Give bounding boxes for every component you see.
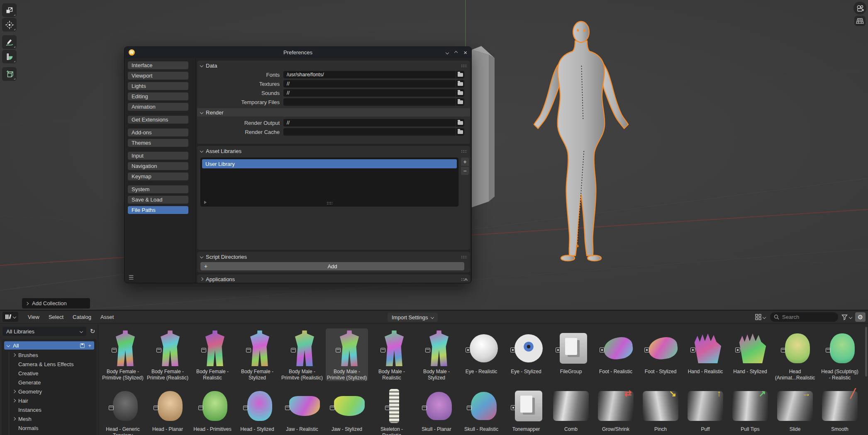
asset-tile[interactable]: Body Male - Primitve (Realistic) <box>281 328 323 381</box>
prefs-nav-item[interactable]: Input <box>128 152 188 160</box>
collapse-icon[interactable] <box>200 277 203 281</box>
browse-folder-button[interactable] <box>456 128 464 136</box>
asset-tile[interactable]: Head - Planar <box>146 386 189 435</box>
menu-item[interactable]: Asset <box>96 314 119 320</box>
prefs-nav-item[interactable]: Editing <box>128 92 188 100</box>
list-expand-icon[interactable] <box>204 201 207 204</box>
grid-scrollbar[interactable] <box>865 327 867 377</box>
drag-grip-icon[interactable] <box>461 255 467 258</box>
catalog-item[interactable]: Brushes <box>2 350 97 360</box>
asset-tile[interactable]: ↘ Pinch <box>639 386 682 435</box>
add-collection-panel[interactable]: Add Collection <box>22 298 90 309</box>
prefs-nav-item[interactable]: System <box>128 185 188 193</box>
asset-tile[interactable]: Jaw - Stylized <box>326 386 368 435</box>
catalog-item[interactable]: Camera & Lens Effects <box>2 360 97 369</box>
asset-tile[interactable]: Head - Primitives <box>191 386 234 435</box>
asset-tile[interactable]: FileGroup <box>550 328 592 381</box>
asset-tile[interactable]: Skeleton - Realistic <box>371 386 413 435</box>
asset-tile[interactable]: Head - Stylized <box>236 386 278 435</box>
prefs-nav-item[interactable]: File Paths <box>128 206 188 214</box>
prefs-nav-item[interactable]: Themes <box>128 139 188 147</box>
annotate-tool[interactable] <box>2 35 17 49</box>
asset-tile[interactable]: Hand - Stylized <box>729 328 771 381</box>
catalog-item[interactable]: Creative <box>2 369 97 378</box>
collapse-icon[interactable] <box>200 149 203 153</box>
asset-tile[interactable]: Skull - Realistic <box>460 386 502 435</box>
remove-library-button[interactable]: − <box>461 167 469 175</box>
asset-tile[interactable]: Body Female - Stylized <box>236 328 278 381</box>
asset-tile[interactable]: Body Male - Stylized <box>415 328 458 381</box>
scroll-more-indicator[interactable] <box>465 277 467 282</box>
asset-tile[interactable]: Comb <box>550 386 592 435</box>
select-box-tool[interactable] <box>2 3 17 17</box>
search-input[interactable]: Search <box>770 312 838 322</box>
path-input[interactable] <box>283 128 456 136</box>
prefs-nav-item[interactable]: Save & Load <box>128 196 188 204</box>
collapse-icon[interactable] <box>200 64 203 67</box>
path-input[interactable]: // <box>283 119 456 126</box>
asset-tile[interactable]: ⇄ Grow/Shrink <box>595 386 637 435</box>
drag-grip-icon[interactable] <box>461 150 467 153</box>
browse-folder-button[interactable] <box>456 89 464 97</box>
prefs-nav-item[interactable]: Get Extensions <box>128 116 188 124</box>
prefs-nav-item[interactable]: Viewport <box>128 72 188 80</box>
add-catalog-icon[interactable]: + <box>88 343 91 349</box>
path-input[interactable] <box>283 98 456 106</box>
settings-toggle-button[interactable]: ⚙ <box>855 312 866 322</box>
asset-tile[interactable]: Eye - Stylized <box>505 328 547 381</box>
asset-tile[interactable]: Foot - Realistic <box>595 328 637 381</box>
asset-tile[interactable]: ╱ Smooth <box>819 386 861 435</box>
preferences-titlebar[interactable]: W Preferences × <box>124 47 471 58</box>
add-library-button[interactable]: + <box>461 158 469 166</box>
refresh-library-button[interactable]: ↻ <box>88 327 97 336</box>
prefs-nav-item[interactable]: Interface <box>128 61 188 69</box>
asset-tile[interactable]: Jaw - Realistic <box>281 386 323 435</box>
asset-tile[interactable]: Foot - Stylized <box>639 328 682 381</box>
prefs-nav-item[interactable]: Animation <box>128 103 188 111</box>
editor-type-button[interactable] <box>2 312 18 322</box>
asset-tile[interactable]: → Slide <box>774 386 816 435</box>
display-settings-button[interactable] <box>754 313 767 322</box>
cursor-gizmo-tool[interactable] <box>2 18 17 32</box>
grid-toggle-icon[interactable] <box>854 16 866 26</box>
browse-folder-button[interactable] <box>456 119 464 126</box>
catalog-item[interactable]: Instances <box>2 405 97 414</box>
prefs-nav-item[interactable]: Lights <box>128 82 188 90</box>
filter-button[interactable] <box>841 314 852 320</box>
selected-body-model[interactable] <box>522 18 640 264</box>
camera-view-icon[interactable] <box>853 2 866 15</box>
prefs-nav-item[interactable]: Add-ons <box>128 129 188 136</box>
add-script-directory-button[interactable]: + Add <box>200 262 464 270</box>
asset-tile[interactable]: Head (Animat...Realistic <box>774 328 816 381</box>
asset-tile[interactable]: Body Female - Primitve (Realistic) <box>146 328 189 381</box>
window-maximize-icon[interactable] <box>454 51 458 54</box>
catalog-item[interactable]: Mesh <box>2 414 97 423</box>
catalog-item[interactable]: Hair <box>2 396 97 405</box>
catalog-item[interactable]: Geometry <box>2 387 97 396</box>
drag-grip-icon[interactable] <box>461 64 467 67</box>
asset-tile[interactable]: Tonemapper <box>505 386 547 435</box>
asset-tile[interactable]: Body Female - Realistic <box>191 328 234 381</box>
path-input[interactable]: /usr/share/fonts/ <box>283 71 456 78</box>
catalog-item[interactable]: Utility <box>2 433 97 435</box>
asset-library-list[interactable]: User Library <box>200 158 458 207</box>
window-close-icon[interactable]: × <box>463 51 467 55</box>
window-minimize-icon[interactable] <box>446 51 449 54</box>
prefs-menu-icon[interactable]: ☰ <box>129 274 134 281</box>
asset-tile[interactable]: Skull - Planar <box>415 386 458 435</box>
measure-tool[interactable] <box>2 50 17 63</box>
list-resize-grip[interactable] <box>327 202 332 204</box>
asset-tile[interactable]: ↑ Puff <box>684 386 727 435</box>
asset-tile[interactable]: ↗ Pull Tips <box>729 386 771 435</box>
path-input[interactable]: // <box>283 89 456 97</box>
asset-tile[interactable]: Eye - Realistic <box>460 328 502 381</box>
import-settings-button[interactable]: Import Settings <box>388 313 438 322</box>
asset-tile[interactable]: Head (Sculpting) - Realistic <box>819 328 861 381</box>
add-cube-tool[interactable] <box>2 67 17 81</box>
catalog-item[interactable]: Normals <box>2 423 97 433</box>
asset-tile[interactable]: Body Female - Primitive (Stylized) <box>102 328 144 381</box>
asset-tile[interactable]: Body Male - Primitve (Stylized) <box>326 328 368 381</box>
menu-item[interactable]: Select <box>44 314 68 320</box>
menu-item[interactable]: Catalog <box>68 314 96 320</box>
asset-tile[interactable]: Hand - Realistic <box>684 328 727 381</box>
